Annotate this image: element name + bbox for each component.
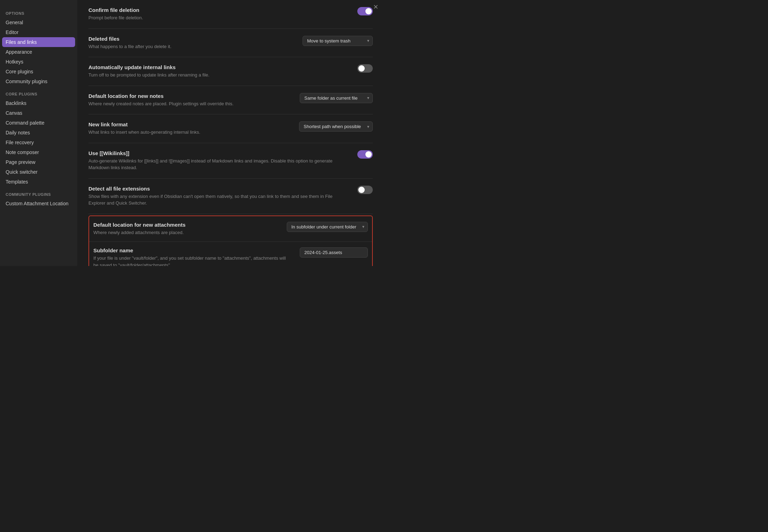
deleted-files-desc: What happens to a file after you delete … [88,43,294,50]
sidebar-item-files-and-links[interactable]: Files and links [2,37,75,47]
sidebar-item-quick-switcher[interactable]: Quick switcher [0,167,77,177]
community-plugins-section-label: Community plugins [0,187,77,199]
confirm-file-deletion-row: Confirm file deletion Prompt before file… [88,0,373,29]
sidebar-item-command-palette[interactable]: Command palette [0,118,77,128]
deleted-files-control: Move to system trash Move to Obsidian tr… [303,36,373,46]
default-location-notes-dropdown-wrapper: Same folder as current file Vault folder… [300,93,373,103]
sidebar-item-templates[interactable]: Templates [0,177,77,187]
sidebar-item-backlinks[interactable]: Backlinks [0,98,77,108]
detect-file-extensions-toggle[interactable] [357,186,373,194]
default-location-attachments-row: Default location for new attachments Whe… [89,216,372,242]
deleted-files-row: Deleted files What happens to a file aft… [88,29,373,58]
subfolder-name-title: Subfolder name [93,247,291,253]
detect-file-extensions-row: Detect all file extensions Show files wi… [88,179,373,214]
use-wikilinks-row: Use [[Wikilinks]] Auto-generate Wikilink… [88,143,373,179]
confirm-file-deletion-info: Confirm file deletion Prompt before file… [88,7,349,21]
sidebar-item-hotkeys[interactable]: Hotkeys [0,57,77,67]
subfolder-name-info: Subfolder name If your file is under "va… [93,247,291,266]
default-location-notes-desc: Where newly created notes are placed. Pl… [88,100,291,107]
detect-file-extensions-title: Detect all file extensions [88,186,349,192]
highlighted-section: Default location for new attachments Whe… [88,215,373,266]
default-location-notes-row: Default location for new notes Where new… [88,86,373,115]
deleted-files-info: Deleted files What happens to a file aft… [88,36,294,50]
default-location-attachments-desc: Where newly added attachments are placed… [93,229,278,236]
default-location-notes-dropdown[interactable]: Same folder as current file Vault folder… [300,93,373,103]
new-link-format-row: New link format What links to insert whe… [88,114,373,143]
subfolder-name-desc: If your file is under "vault/folder", an… [93,255,291,266]
sidebar-item-appearance[interactable]: Appearance [0,47,77,57]
sidebar-item-custom-attachment-location[interactable]: Custom Attachment Location [0,199,77,208]
use-wikilinks-title: Use [[Wikilinks]] [88,150,349,156]
new-link-format-control: Shortest path when possible Relative pat… [299,121,373,132]
use-wikilinks-desc: Auto-generate Wikilinks for [[links]] an… [88,158,349,171]
auto-update-links-toggle[interactable] [357,64,373,73]
default-location-notes-info: Default location for new notes Where new… [88,93,291,107]
detect-file-extensions-control [357,186,373,194]
auto-update-links-desc: Turn off to be prompted to update links … [88,72,349,79]
subfolder-name-control [300,247,368,258]
sidebar-item-community-plugins[interactable]: Community plugins [0,77,77,86]
auto-update-links-info: Automatically update internal links Turn… [88,64,349,79]
options-section-label: Options [0,6,77,18]
default-location-attachments-control: In subfolder under current folder Same f… [287,222,368,232]
default-location-attachments-dropdown-wrapper: In subfolder under current folder Same f… [287,222,368,232]
detect-file-extensions-desc: Show files with any extension even if Ob… [88,193,349,207]
use-wikilinks-control [357,150,373,159]
use-wikilinks-info: Use [[Wikilinks]] Auto-generate Wikilink… [88,150,349,171]
new-link-format-title: New link format [88,121,291,127]
default-location-notes-title: Default location for new notes [88,93,291,99]
subfolder-name-row: Subfolder name If your file is under "va… [89,242,372,266]
deleted-files-dropdown[interactable]: Move to system trash Move to Obsidian tr… [303,36,373,46]
confirm-file-deletion-title: Confirm file deletion [88,7,349,13]
use-wikilinks-toggle[interactable] [357,150,373,159]
subfolder-name-input[interactable] [300,247,368,258]
sidebar-item-note-composer[interactable]: Note composer [0,147,77,157]
sidebar-item-general[interactable]: General [0,18,77,27]
new-link-format-info: New link format What links to insert whe… [88,121,291,136]
confirm-file-deletion-control [357,7,373,15]
deleted-files-dropdown-wrapper: Move to system trash Move to Obsidian tr… [303,36,373,46]
sidebar-item-file-recovery[interactable]: File recovery [0,138,77,147]
auto-update-links-control [357,64,373,73]
main-content: Confirm file deletion Prompt before file… [77,0,384,266]
sidebar-item-daily-notes[interactable]: Daily notes [0,128,77,138]
default-location-attachments-dropdown[interactable]: In subfolder under current folder Same f… [287,222,368,232]
auto-update-links-row: Automatically update internal links Turn… [88,57,373,86]
detect-file-extensions-info: Detect all file extensions Show files wi… [88,186,349,207]
new-link-format-dropdown-wrapper: Shortest path when possible Relative pat… [299,121,373,132]
close-button[interactable]: ✕ [371,3,380,11]
sidebar-item-page-preview[interactable]: Page preview [0,157,77,167]
sidebar-item-canvas[interactable]: Canvas [0,108,77,118]
auto-update-links-title: Automatically update internal links [88,64,349,70]
default-location-attachments-info: Default location for new attachments Whe… [93,222,278,236]
new-link-format-dropdown[interactable]: Shortest path when possible Relative pat… [299,121,373,132]
sidebar-item-core-plugins[interactable]: Core plugins [0,67,77,77]
confirm-file-deletion-desc: Prompt before file deletion. [88,14,349,21]
default-location-attachments-title: Default location for new attachments [93,222,278,228]
new-link-format-desc: What links to insert when auto-generatin… [88,129,291,136]
sidebar: Options General Editor Files and links A… [0,0,77,266]
sidebar-item-editor[interactable]: Editor [0,27,77,37]
default-location-notes-control: Same folder as current file Vault folder… [300,93,373,103]
deleted-files-title: Deleted files [88,36,294,42]
confirm-file-deletion-toggle[interactable] [357,7,373,15]
core-plugins-section-label: Core plugins [0,86,77,98]
